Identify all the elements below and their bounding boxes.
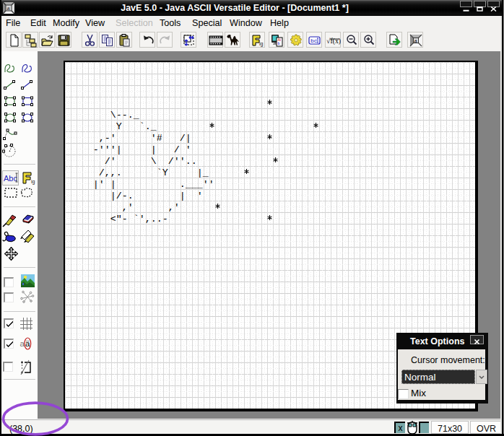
svg-text:√f(x): √f(x) (326, 37, 341, 45)
svg-text:a: a (414, 37, 417, 44)
svg-text:Abc: Abc (4, 174, 17, 183)
svg-text:ä: ä (25, 339, 30, 348)
svg-text:b: b (278, 41, 280, 45)
svg-text:bc: bc (310, 38, 318, 44)
svg-text:ig: ig (31, 179, 35, 185)
svg-text:ig: ig (259, 41, 264, 47)
